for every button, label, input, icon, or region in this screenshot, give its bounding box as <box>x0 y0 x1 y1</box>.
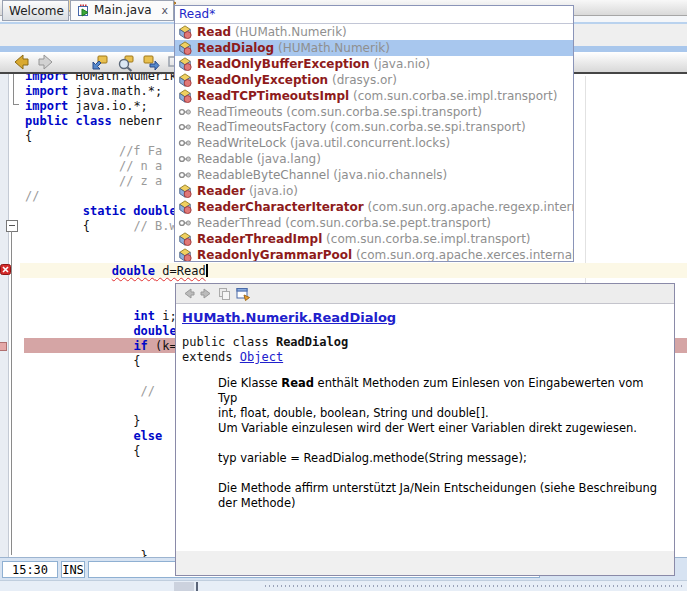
code-line: { <box>25 354 141 369</box>
java-file-icon <box>77 4 90 17</box>
completion-item[interactable]: Read (HUMath.Numerik) <box>175 24 573 40</box>
completion-item-name: ReaderCharacterIterator <box>197 200 364 214</box>
completion-item[interactable]: ReadTCPTimeoutsImpl (com.sun.corba.se.im… <box>175 88 573 104</box>
class-icon <box>178 200 192 214</box>
completion-item-package: (com.sun.corba.se.spi.transport) <box>282 105 481 119</box>
insert-mode-cell: INS <box>61 561 85 578</box>
javadoc-description: Die Klasse Read enthält Methoden zum Ein… <box>218 376 664 511</box>
open-in-browser-icon[interactable] <box>236 287 250 301</box>
ide-window: Welcomex Main.java x <box>0 0 687 591</box>
completion-item-package: (com.sun.corba.se.pept.transport) <box>281 216 491 230</box>
completion-item[interactable]: ReadonlyGrammarPool (com.sun.org.apache.… <box>175 247 573 261</box>
completion-item-name: Reader <box>197 184 245 198</box>
completion-item-package: (java.nio) <box>370 57 430 71</box>
javadoc-class-link[interactable]: HUMath.Numerik.ReadDialog <box>182 310 664 325</box>
completion-item[interactable]: ReaderThread (com.sun.corba.se.pept.tran… <box>175 215 573 231</box>
code-line: import java.io.*; <box>25 99 148 114</box>
back-icon[interactable] <box>11 53 30 72</box>
completion-item-package: (java.io) <box>245 184 298 198</box>
completion-item-package: (HUMath.Numerik) <box>274 41 390 55</box>
completion-item[interactable]: ReadTimeouts (com.sun.corba.se.spi.trans… <box>175 104 573 120</box>
completion-item[interactable]: Reader (java.io) <box>175 183 573 199</box>
tab-main-label: Main.java <box>94 0 152 21</box>
completion-item-name: ReadonlyGrammarPool <box>197 248 352 261</box>
tab-close-icon[interactable]: x <box>162 0 169 21</box>
completion-list[interactable]: Read (HUMath.Numerik)ReadDialog (HUMath.… <box>175 24 573 261</box>
completion-item[interactable]: ReadWriteLock (java.util.concurrent.lock… <box>175 135 573 151</box>
completion-item-package: (com.sun.corba.se.impl.transport) <box>322 232 530 246</box>
forward-icon[interactable] <box>37 53 56 72</box>
javadoc-text-line: int, float, double, boolean, String und … <box>218 406 664 421</box>
completion-item-package: (java.util.concurrent.locks) <box>286 136 450 150</box>
completion-item-package: (com.sun.org.apache.regexp.internal) <box>364 200 573 214</box>
completion-popup: Read* Read (HUMath.Numerik)ReadDialog (H… <box>174 5 574 262</box>
class-icon <box>178 248 192 261</box>
code-line: double d=Read <box>25 264 208 279</box>
copy-icon[interactable] <box>218 287 231 300</box>
javadoc-text-line <box>218 466 664 481</box>
completion-item-name: Readable <box>197 152 253 166</box>
text-cursor <box>206 264 208 277</box>
bottom-panel-corner <box>174 582 194 591</box>
forward-icon[interactable] <box>200 287 213 300</box>
class-icon <box>178 89 192 103</box>
completion-item[interactable]: ReadableByteChannel (java.nio.channels) <box>175 167 573 183</box>
tab-main-java[interactable]: Main.java x <box>70 0 174 21</box>
interface-icon <box>178 136 192 150</box>
completion-item-name: ReaderThread <box>197 216 281 230</box>
class-icon <box>178 25 192 39</box>
editor-glyph-margin <box>0 52 9 557</box>
find-icon[interactable] <box>116 53 135 72</box>
completion-item-package: (java.nio.channels) <box>330 168 448 182</box>
breakpoint-annotation-icon[interactable] <box>0 340 7 354</box>
code-line: { <box>25 444 141 459</box>
completion-item-name: ReadOnlyException <box>197 73 328 87</box>
class-icon <box>178 73 192 87</box>
code-line: // <box>25 384 155 399</box>
completion-item-package: (com.sun.corba.se.impl.transport) <box>349 89 557 103</box>
next-occurrence-icon[interactable] <box>142 53 161 72</box>
completion-item-package: (drasys.or) <box>328 73 397 87</box>
interface-icon <box>178 105 192 119</box>
bottom-panel-divider <box>196 582 198 591</box>
completion-item-package: (HUMath.Numerik) <box>231 25 347 39</box>
completion-item-name: ReadableByteChannel <box>197 168 330 182</box>
javadoc-text-line: Um Variable einzulesen wird der Wert ein… <box>218 421 664 436</box>
completion-item-name: ReadWriteLock <box>197 136 286 150</box>
interface-icon <box>178 168 192 182</box>
completion-item-name: ReadDialog <box>197 41 274 55</box>
code-line: public class nebenr <box>25 114 162 129</box>
back-icon[interactable] <box>182 287 195 300</box>
completion-item[interactable]: ReadOnlyBufferException (java.nio) <box>175 56 573 72</box>
code-line: //f Fa <box>25 144 162 159</box>
code-line: } <box>25 414 141 429</box>
object-link[interactable]: Object <box>240 350 283 364</box>
code-line: int i; <box>25 309 177 324</box>
javadoc-text-line: der Methode) <box>218 496 664 511</box>
import-fold-bracket[interactable] <box>13 74 19 105</box>
completion-item[interactable]: ReadOnlyException (drasys.or) <box>175 72 573 88</box>
class-icon <box>178 57 192 71</box>
previous-occurrence-icon[interactable] <box>90 53 109 72</box>
code-line: { <box>25 129 32 144</box>
code-line: else <box>25 429 162 444</box>
code-line: if (k= <box>25 339 177 354</box>
interface-icon <box>178 152 192 166</box>
completion-item[interactable]: Readable (java.lang) <box>175 151 573 167</box>
completion-item-package: (java.lang) <box>253 152 321 166</box>
completion-item[interactable]: ReadTimeoutsFactory (com.sun.corba.se.sp… <box>175 120 573 136</box>
code-line: static double <box>25 204 177 219</box>
completion-item-package: (com.sun.org.apache.xerces.internal.jaxp… <box>352 248 573 261</box>
completion-item[interactable]: ReadDialog (HUMath.Numerik) <box>175 40 573 56</box>
completion-item[interactable]: ReaderCharacterIterator (com.sun.org.apa… <box>175 199 573 215</box>
error-badge-icon[interactable] <box>0 264 11 278</box>
bottom-panel-drag-dots[interactable] <box>265 585 683 587</box>
javadoc-footer <box>176 551 674 575</box>
completion-item-name: ReadTimeoutsFactory <box>197 120 326 134</box>
code-line: { // B.w <box>25 219 177 234</box>
completion-item[interactable]: ReaderThreadImpl (com.sun.corba.se.impl.… <box>175 231 573 247</box>
javadoc-text-line <box>218 436 664 451</box>
completion-item-name: ReadTimeouts <box>197 105 282 119</box>
tab-welcome[interactable]: Welcomex <box>2 0 69 21</box>
fold-collapse-icon[interactable] <box>6 220 18 232</box>
